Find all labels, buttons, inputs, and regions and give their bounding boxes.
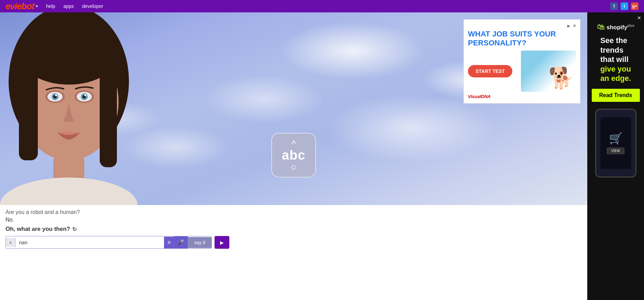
refresh-icon[interactable]: ↻ [72,226,77,233]
shopify-logo-area: 🛍 shopifyplus [597,23,634,32]
svg-rect-5 [19,57,38,160]
chat-followup: Oh, what are you then? ↻ [6,226,582,233]
menu-icon-button[interactable]: ≡ [164,237,174,248]
facebook-icon[interactable]: f [610,2,618,10]
abc-smile-icon: ☺ [290,163,297,172]
shopify-bag-icon: 🛍 [597,23,604,32]
ad-content-row: START TEST [468,51,576,92]
ad-brand-label: VisualDNA [468,94,576,99]
center-content: ^ abc ☺ ▶ ✕ WHAT JOB SUITS YOUR PERSONAL… [0,12,587,300]
chat-area: Are you a robot and a human? No. Oh, wha… [0,205,587,253]
svg-point-15 [55,94,57,96]
svg-rect-6 [100,57,117,167]
chat-followup-text: Oh, what are you then? [6,226,70,233]
svg-point-2 [0,178,138,205]
phone-mockup: 🛒 VIEW [595,109,636,178]
sidebar-close-icon[interactable]: ✕ [637,15,641,21]
ad-cta-button[interactable]: START TEST [468,65,512,77]
abc-overlay-button[interactable]: ^ abc ☺ [271,133,316,178]
top-navigation: eviebot ▾ help apps developer f t g+ [0,0,644,12]
svg-point-16 [84,94,86,96]
chat-input-field[interactable] [15,237,164,248]
phone-screen: 🛒 VIEW [600,117,631,169]
abc-text: abc [282,148,305,163]
main-layout: ^ abc ☺ ▶ ✕ WHAT JOB SUITS YOUR PERSONAL… [0,12,644,300]
ad-dog-image [521,51,576,92]
tagline-line2: trends [600,46,623,54]
chat-answer: No. [6,217,582,223]
logo-dropdown-icon[interactable]: ▾ [36,4,38,9]
evie-avatar [0,12,179,205]
googleplus-icon[interactable]: g+ [631,2,638,10]
logo-text: eviebot [6,1,34,12]
logo-area[interactable]: eviebot ▾ [6,1,38,12]
sidebar-tagline: See the trends that will give you an edg… [597,36,634,83]
chat-question: Are you a robot and a human? [6,209,582,215]
ad-close-icon[interactable]: ✕ [573,24,576,28]
nav-social-icons: f t g+ [610,2,638,10]
phone-cart-icon: 🛒 [609,132,623,145]
submit-button[interactable]: ▶ [215,236,229,249]
nav-developer-link[interactable]: developer [82,3,103,9]
nav-apps-link[interactable]: apps [64,3,74,9]
twitter-icon[interactable]: t [621,2,628,10]
ad-banner: ▶ ✕ WHAT JOB SUITS YOUR PERSONALITY? STA… [463,19,580,104]
scroll-up-button[interactable]: ∧ [6,238,15,247]
say-it-button[interactable]: say it [188,237,211,248]
ad-close-area: ▶ ✕ [468,24,576,28]
tagline-highlight2: an edge. [600,74,631,83]
avatar-area: ^ abc ☺ ▶ ✕ WHAT JOB SUITS YOUR PERSONAL… [0,12,587,205]
ad-arrow-icon[interactable]: ▶ [567,24,570,28]
tagline-highlight1: give you [600,65,631,73]
right-sidebar-ad: ✕ 🛍 shopifyplus See the trends that will… [587,12,644,300]
tagline-line3: that will [600,55,629,64]
read-trends-button[interactable]: Read Trends [592,89,640,102]
nav-help-link[interactable]: help [46,3,55,9]
ad-headline: WHAT JOB SUITS YOUR PERSONALITY? [468,30,576,48]
mic-icon-button[interactable]: 🎤 [174,236,188,248]
phone-view-button[interactable]: VIEW [607,148,625,154]
chat-input-row: ∧ ≡ 🎤 say it [6,236,212,249]
shopify-plus-text: shopifyplus [607,24,634,31]
tagline-line1: See the [600,36,627,45]
